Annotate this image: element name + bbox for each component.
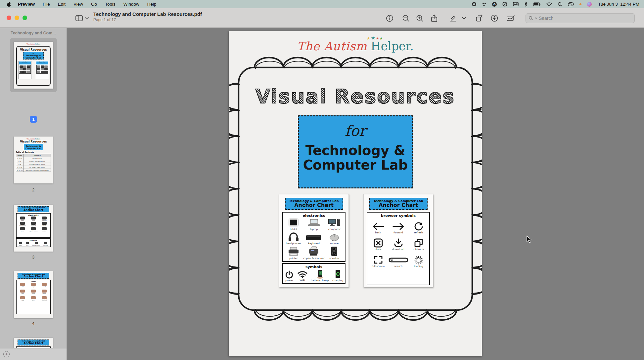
thumb4-item: charge <box>28 290 39 294</box>
menu-item-edit[interactable]: Edit <box>54 2 69 7</box>
banner-line2: Computer Lab <box>299 158 412 172</box>
thumbnail-page-3[interactable]: Technology & Computer Lab Anchor Chart e… <box>14 205 53 252</box>
item-keyboard: keyboard <box>303 231 325 246</box>
download-icon <box>393 238 404 248</box>
search-input[interactable]: Search <box>526 13 635 23</box>
banner-for: for <box>299 122 412 139</box>
thumbnail-page-4[interactable]: Technology & Computer Lab Anchor Chart v… <box>14 271 53 318</box>
minimize-window-button[interactable] <box>15 16 19 20</box>
spotlight-icon[interactable] <box>558 2 562 7</box>
toc-row: p. 3 - 4Anchor Charts <box>16 157 51 160</box>
menu-item-file[interactable]: File <box>39 2 54 7</box>
title-banner: for Technology & Computer Lab <box>298 115 413 188</box>
thumb4-item: type <box>17 290 28 294</box>
thumb4-item: upload <box>39 290 50 294</box>
antivirus-icon[interactable] <box>502 2 507 7</box>
info-button[interactable] <box>385 14 394 23</box>
highlight-button[interactable] <box>448 14 458 23</box>
screen-record-icon[interactable] <box>472 2 476 6</box>
highlight-options-chevron[interactable] <box>461 14 467 23</box>
item-power: power <box>285 269 294 283</box>
laptop-icon <box>306 218 321 227</box>
menu-item-go[interactable]: Go <box>87 2 101 7</box>
symbols-section: symbols power WIFI battery charge <box>282 263 345 284</box>
menu-clock[interactable]: Tue Jun 3 12:44 PM <box>598 2 639 7</box>
app-dots-icon[interactable] <box>482 2 486 7</box>
anchor-chart-browser-symbols: Technology & Computer Lab Anchor Chart b… <box>363 194 433 287</box>
share-button[interactable] <box>429 14 439 23</box>
item-full-screen: full screen <box>368 255 388 268</box>
electronics-section: electronics tablet laptop computer <box>282 212 345 262</box>
thumb1-logo: The Autism Helper. <box>14 43 53 45</box>
zoom-in-button[interactable] <box>415 14 425 23</box>
toc-row: p. 7 - 8Art Project Steps Visual <box>16 166 51 169</box>
item-search: search <box>388 255 408 268</box>
thumb1-banner: for Technology & Computer Lab <box>23 52 44 60</box>
scalloped-border <box>229 31 482 356</box>
thumb4-item: print <box>28 296 39 301</box>
page-title: Visual Resources <box>229 85 482 108</box>
menu-item-tools[interactable]: Tools <box>101 2 119 7</box>
item-forward: forward <box>388 221 408 235</box>
item-laptop: laptop <box>303 218 325 231</box>
thumb3-symbol: power <box>19 242 22 246</box>
thumb4-header: Technology & Computer Lab Anchor Chart <box>18 273 49 279</box>
thumbnail-sidebar: Technology and Com... The Autism Helper.… <box>0 28 67 360</box>
thumb3-item: tablet <box>17 217 28 221</box>
thumb3-header: Technology & Computer Lab Anchor Chart <box>18 206 49 212</box>
thumb3-symbol: battery charge <box>32 242 40 246</box>
thumb2-banner: Technology & Computer Lab <box>24 144 43 150</box>
item-loading: loading <box>408 255 429 268</box>
headphones-icon <box>287 232 300 242</box>
power-icon <box>285 270 294 279</box>
apple-menu-icon[interactable] <box>7 2 11 7</box>
menu-item-help[interactable]: Help <box>143 2 161 7</box>
thumb2-title: Visual Resources <box>14 140 53 143</box>
battery-icon[interactable] <box>533 2 541 6</box>
anchor-chart-electronics: Technology & Computer Lab Anchor Chart e… <box>279 194 349 287</box>
bluetooth-icon[interactable] <box>524 2 528 7</box>
add-page-button[interactable]: + <box>3 351 10 357</box>
wifi-icon[interactable] <box>546 2 552 6</box>
page-status: Page 1 of 17 <box>93 18 202 22</box>
zoom-out-button[interactable] <box>401 14 411 23</box>
menu-item-view[interactable]: View <box>69 2 87 7</box>
close-box-icon <box>373 238 383 248</box>
grammarly-icon[interactable]: G <box>492 2 497 7</box>
copier-scanner-icon <box>306 246 321 257</box>
thumb4-verbs: verbs clickswipescrolltypechargeuploadco… <box>16 280 51 314</box>
thumb4-item: copy <box>17 296 28 301</box>
fill-sign-button[interactable] <box>506 14 516 23</box>
menu-bar: Preview File Edit View Go Tools Window H… <box>0 0 644 8</box>
menu-item-window[interactable]: Window <box>119 2 143 7</box>
desktop-computer-icon <box>327 218 342 227</box>
document-title-block: Technology and Computer Lab Resources.pd… <box>93 11 202 22</box>
sidebar-options-chevron[interactable] <box>83 14 90 23</box>
zoom-window-button[interactable] <box>23 16 27 20</box>
markup-button[interactable] <box>489 14 499 23</box>
thumbnail-page-1[interactable]: The Autism Helper. Visual Resources for … <box>14 42 53 89</box>
search-bar-icon <box>389 255 408 264</box>
menu-item-app[interactable]: Preview <box>14 2 39 7</box>
control-center-icon[interactable] <box>568 2 574 6</box>
browser-symbols-section: browser symbols back forward refresh <box>367 212 430 285</box>
rotate-button[interactable] <box>474 14 484 23</box>
item-copier-scanner: copier & scanner <box>303 246 325 260</box>
thumb4-item: scroll <box>39 283 50 288</box>
thumb5-header: Technology & Computer Lab Anchor Chart <box>18 340 49 345</box>
close-window-button[interactable] <box>7 16 11 20</box>
thumb3-item: keyboard <box>28 222 39 226</box>
thumb4-item: swipe <box>28 283 39 288</box>
document-view: The Autism Helper. ★★★★ Visual Resources… <box>67 28 644 360</box>
thumbnail-page-2[interactable]: The Autism Helper. Visual Resources Tech… <box>14 137 53 183</box>
logo-stars: ★★★★ <box>367 35 384 41</box>
minimize-icon <box>414 238 424 248</box>
thumb3-item: mouse <box>39 222 50 226</box>
siri-icon[interactable] <box>587 2 592 7</box>
autism-helper-logo: The Autism Helper. ★★★★ <box>229 40 482 53</box>
loading-spinner-icon <box>414 255 424 264</box>
input-switcher-icon[interactable] <box>513 2 519 6</box>
sidebar-toggle-button[interactable] <box>74 14 84 23</box>
keyboard-icon <box>305 234 322 242</box>
thumb3-electronics: electronics tabletlaptopcomputerheadphon… <box>16 213 51 238</box>
